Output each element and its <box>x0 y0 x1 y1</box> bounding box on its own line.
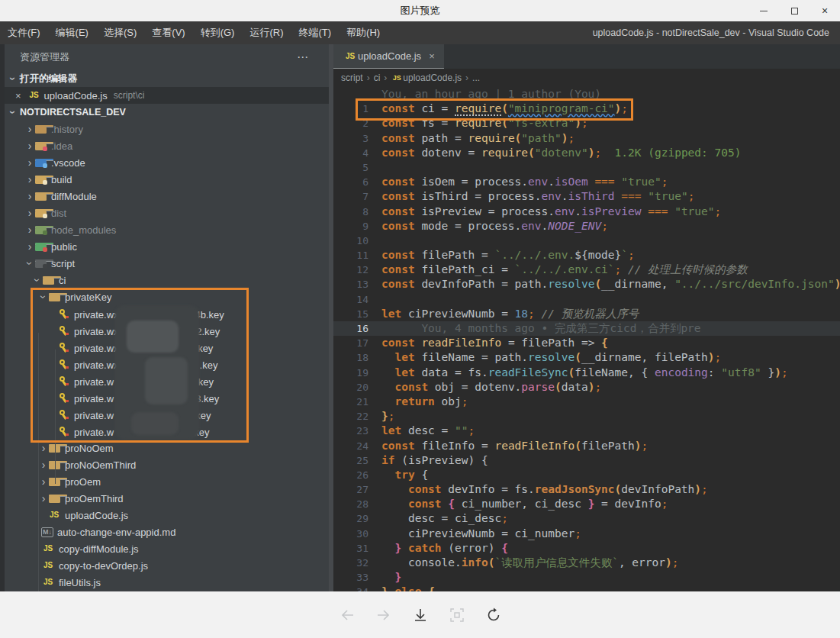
tab-uploadcode[interactable]: JS uploadCode.js × <box>333 44 444 69</box>
code-line-2[interactable]: 2const fs = require("fs-extra"); <box>333 116 840 130</box>
code-line-23[interactable]: 23let desc = ""; <box>333 424 840 438</box>
chevron-right-icon[interactable]: › <box>26 226 34 234</box>
code-line-6[interactable]: 6const isOem = process.env.isOem === "tr… <box>333 175 840 189</box>
menu-item[interactable]: 选择(S) <box>96 21 144 44</box>
code-line-20[interactable]: 20 const obj = dotenv.parse(data); <box>333 380 840 395</box>
code-line-1[interactable]: 1const ci = require("miniprogram-ci"); <box>333 102 840 116</box>
tab-close-icon[interactable]: × <box>429 50 435 62</box>
fit-button[interactable] <box>449 607 465 624</box>
chevron-right-icon[interactable]: › <box>26 142 34 150</box>
tree-item-proOemThird[interactable]: ›proOemThird <box>5 490 329 507</box>
tree-item-.idea[interactable]: ›.idea <box>5 137 329 154</box>
menu-item[interactable]: 终端(T) <box>291 21 339 44</box>
more-actions-icon[interactable]: ⋯ <box>297 50 309 64</box>
chevron-right-icon[interactable]: › <box>26 243 34 250</box>
code-line-17[interactable]: 17const readFileInfo = filePath => { <box>333 336 840 350</box>
code-line-14[interactable]: 14 <box>333 292 840 307</box>
code-line-5[interactable]: 5 <box>333 160 840 175</box>
tree-item-auto-change-env-appid.md[interactable]: M↓auto-change-env-appid.md <box>5 524 329 540</box>
tree-item-proNoOem[interactable]: ›proNoOem <box>5 440 329 456</box>
code-line-18[interactable]: 18 let fileName = path.resolve(__dirname… <box>333 350 840 365</box>
minimize-button[interactable] <box>748 0 779 21</box>
close-icon[interactable]: × <box>15 90 21 102</box>
code-line-31[interactable]: 31 } catch (error) { <box>333 541 840 556</box>
code-line-25[interactable]: 25if (isPreview) { <box>333 453 840 468</box>
line-number: 6 <box>333 175 372 189</box>
tree-item-build[interactable]: ›build <box>5 171 329 188</box>
tree-item-uploadCode.js[interactable]: JSuploadCode.js <box>5 507 329 524</box>
chevron-right-icon[interactable]: › <box>40 444 47 452</box>
open-editors-section[interactable]: › 打开的编辑器 <box>5 70 329 87</box>
code-line-11[interactable]: 11const filePath = `../../.env.${mode}`; <box>333 248 840 263</box>
chevron-right-icon[interactable]: › <box>40 461 47 469</box>
code-line-34[interactable]: 34} else { <box>333 585 840 591</box>
tree-item-dist[interactable]: ›dist <box>5 205 329 221</box>
code-line-9[interactable]: 9const mode = process.env.NODE_ENV; <box>333 219 840 234</box>
project-root-section[interactable]: › NOTDIRECTSALE_DEV <box>5 104 329 121</box>
code-line-15[interactable]: 15let ciPreviewNumb = 18; // 预览机器人序号 <box>333 307 840 321</box>
code-line-19[interactable]: 19 let data = fs.readFileSync(fileName, … <box>333 366 840 380</box>
code-line-blame-header[interactable]: You, an hour ago | 1 author (You) <box>333 87 840 102</box>
menu-item[interactable]: 查看(V) <box>144 21 192 44</box>
menu-item[interactable]: 转到(G) <box>193 21 243 44</box>
chevron-down-icon[interactable]: › <box>40 293 47 301</box>
menu-item[interactable]: 运行(R) <box>242 21 291 44</box>
code-line-32[interactable]: 32 console.info(`读取用户信息文件失败`, error); <box>333 556 840 570</box>
tree-item-proOem[interactable]: ›proOem <box>5 473 329 490</box>
tree-item-script[interactable]: ›script <box>5 255 329 272</box>
breadcrumb-item[interactable]: uploadCode.js <box>403 72 462 83</box>
code-line-21[interactable]: 21 return obj; <box>333 395 840 409</box>
code-line-3[interactable]: 3const path = require("path"); <box>333 131 840 146</box>
breadcrumb[interactable]: script›ci›JSuploadCode.js›... <box>333 69 840 87</box>
code-area[interactable]: You, an hour ago | 1 author (You)1const … <box>333 87 840 591</box>
code-line-33[interactable]: 33 } <box>333 570 840 585</box>
tree-item-fileUtils.js[interactable]: JSfileUtils.js <box>5 574 329 591</box>
chevron-down-icon[interactable]: › <box>34 276 41 284</box>
chevron-down-icon[interactable]: › <box>26 259 34 267</box>
menu-item[interactable]: 文件(F) <box>0 21 48 44</box>
tree-item-diffModule[interactable]: ›diffModule <box>5 188 329 205</box>
tree-item-.vscode[interactable]: ›.vscode <box>5 154 329 171</box>
breadcrumb-item[interactable]: ci <box>374 72 381 83</box>
code-line-27[interactable]: 27 const devInfo = fs.readJsonSync(devIn… <box>333 482 840 497</box>
chevron-right-icon[interactable]: › <box>26 159 34 166</box>
chevron-right-icon[interactable]: › <box>26 125 34 133</box>
tree-item-ci[interactable]: ›ci <box>5 272 329 288</box>
breadcrumb-item[interactable]: ... <box>472 72 480 83</box>
back-button[interactable] <box>339 607 356 624</box>
code-line-13[interactable]: 13const devInfoPath = path.resolve(__dir… <box>333 277 840 292</box>
close-button[interactable]: × <box>809 0 840 21</box>
code-line-26[interactable]: 26 try { <box>333 468 840 482</box>
code-line-8[interactable]: 8const isPreview = process.env.isPreview… <box>333 205 840 219</box>
menu-item[interactable]: 帮助(H) <box>339 21 388 44</box>
code-line-24[interactable]: 24const fileInfo = readFileInfo(filePath… <box>333 439 840 453</box>
chevron-right-icon[interactable]: › <box>40 478 47 485</box>
code-line-28[interactable]: 28 const { ci_number, ci_desc } = devInf… <box>333 497 840 511</box>
code-line-16[interactable]: 16 You, 4 months ago • 完成第三方cicd，合并到pre <box>333 321 840 336</box>
rotate-button[interactable] <box>485 607 502 624</box>
tree-item-.history[interactable]: ›.history <box>5 121 329 137</box>
download-button[interactable] <box>412 607 429 624</box>
code-line-22[interactable]: 22}; <box>333 409 840 424</box>
tree-item-privateKey[interactable]: ›privateKey <box>5 288 329 305</box>
tree-item-proNoOemThird[interactable]: ›proNoOemThird <box>5 456 329 473</box>
menu-item[interactable]: 编辑(E) <box>48 21 96 44</box>
code-line-4[interactable]: 4const dotenv = require("dotenv"); 1.2K … <box>333 146 840 160</box>
tree-item-copy-to-devOrdep.js[interactable]: JScopy-to-devOrdep.js <box>5 557 329 574</box>
forward-button[interactable] <box>375 607 392 624</box>
open-editor-uploadcode[interactable]: × JS uploadCode.js script\ci <box>5 87 329 104</box>
breadcrumb-item[interactable]: script <box>341 72 363 83</box>
chevron-right-icon[interactable]: › <box>40 495 47 502</box>
chevron-right-icon[interactable]: › <box>26 176 34 183</box>
code-line-7[interactable]: 7const isThird = process.env.isThird ===… <box>333 189 840 204</box>
code-line-29[interactable]: 29 desc = ci_desc; <box>333 511 840 526</box>
code-line-10[interactable]: 10 <box>333 234 840 248</box>
maximize-button[interactable] <box>779 0 809 21</box>
code-line-30[interactable]: 30 ciPreviewNumb = ci_number; <box>333 527 840 541</box>
tree-item-copy-diffModule.js[interactable]: JScopy-diffModule.js <box>5 540 329 557</box>
tree-item-node_modules[interactable]: ›node_modules <box>5 221 329 238</box>
chevron-right-icon[interactable]: › <box>26 192 34 200</box>
chevron-right-icon[interactable]: › <box>26 209 34 217</box>
tree-item-public[interactable]: ›public <box>5 238 329 255</box>
code-line-12[interactable]: 12const filePath_ci = `../../.env.ci`; /… <box>333 263 840 277</box>
